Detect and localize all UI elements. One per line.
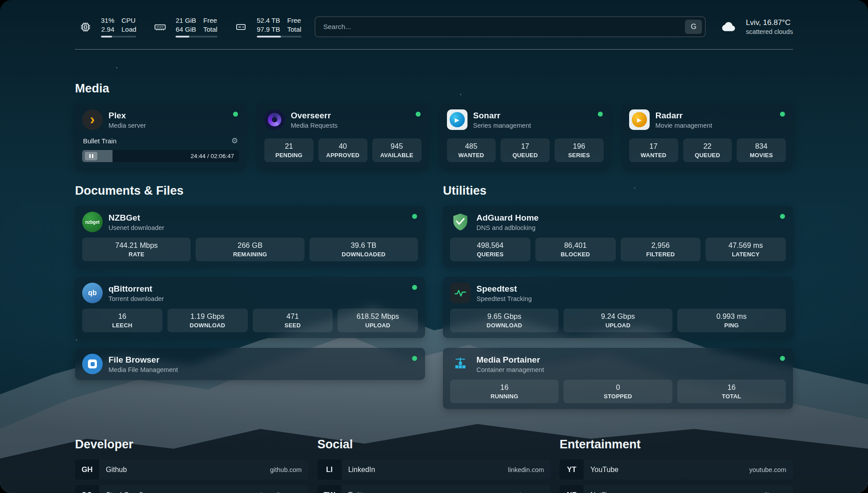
app-name: Speedtest (476, 284, 532, 294)
adguard-status-dot (780, 214, 785, 219)
utilities-section-title: Utilities (443, 184, 793, 198)
overseerr-status-dot (416, 112, 421, 117)
sonarr-card[interactable]: ▶ Sonarr Series management 485 WANTED 17 (440, 104, 611, 168)
app-description: Media Requests (291, 122, 338, 129)
stat-ping: 0.993 ms PING (677, 309, 786, 332)
app-name: Sonarr (473, 111, 531, 121)
app-description: Speedtest Tracking (476, 295, 532, 302)
stat-downloaded: 39.6 TB DOWNLOADED (309, 238, 418, 261)
stat-latency: 47.569 ms LATENCY (705, 238, 786, 261)
stat-running: 16 RUNNING (450, 380, 559, 403)
bookmark-group-developer: Developer GH Github github.com SO StackO… (75, 438, 309, 493)
nzbget-icon: nzbget (82, 212, 103, 232)
sonarr-icon: ▶ (447, 109, 467, 130)
stat-queued: 22 QUEUED (683, 138, 732, 162)
portainer-status-dot (780, 356, 785, 361)
qbittorrent-card[interactable]: qb qBittorrent Torrent downloader 16 LEE… (75, 277, 425, 338)
app-description: Container management (476, 366, 544, 373)
social-section-title: Social (317, 438, 551, 451)
stat-queries: 498,564 QUERIES (450, 238, 530, 261)
ram-total-value: 64 GiB (175, 25, 196, 34)
portainer-card[interactable]: Media Portainer Container management 16 … (443, 348, 793, 409)
dashboard-page: 31% 2.94 CPU Load (0, 0, 868, 493)
speedtest-card[interactable]: Speedtest Speedtest Tracking 9.65 Gbps D… (443, 277, 793, 338)
linkedin-icon: LI (317, 460, 342, 480)
settings-gear-icon[interactable]: ⚙ (231, 136, 238, 146)
app-description: Series management (473, 122, 531, 129)
cpu-bar (101, 36, 136, 38)
stat-approved: 40 APPROVED (318, 138, 367, 162)
playback-time: 24:44 / 02:06:47 (191, 153, 234, 159)
app-name: AdGuard Home (476, 213, 538, 223)
radarr-card[interactable]: ▶ Radarr Movie management 17 WANTED 22 (622, 104, 793, 168)
ram-icon (150, 17, 170, 37)
stat-upload: 618.52 Mbps UPLOAD (338, 309, 418, 332)
twitter-icon: TW (317, 485, 342, 493)
ram-label-1: Free (203, 16, 217, 25)
ram-free-value: 21 GiB (175, 16, 196, 25)
disk-metric: 52.4 TB 97.9 TB Free Total (231, 16, 301, 38)
pause-button[interactable] (85, 152, 97, 160)
bookmark-youtube[interactable]: YT YouTube youtube.com (559, 460, 793, 480)
overseerr-icon (264, 109, 285, 130)
entertainment-section-title: Entertainment (559, 438, 793, 451)
stat-series: 196 SERIES (555, 138, 604, 162)
stat-stopped: 0 STOPPED (563, 380, 672, 403)
nzbget-card[interactable]: nzbget NZBGet Usenet downloader 744.21 M… (75, 206, 425, 267)
plex-card[interactable]: › Plex Media server Bullet Train ⚙ 24:44 (75, 104, 246, 168)
filebrowser-status-dot (412, 356, 417, 361)
github-icon: GH (75, 460, 99, 480)
cpu-icon (75, 17, 96, 37)
stat-download: 1.19 Gbps DOWNLOAD (167, 309, 248, 332)
stat-seed: 471 SEED (253, 309, 333, 332)
radarr-icon: ▶ (629, 109, 650, 130)
filebrowser-card[interactable]: File Browser Media File Management (75, 348, 425, 380)
stat-filtered: 2,956 FILTERED (621, 238, 701, 261)
radarr-status-dot (780, 112, 785, 117)
app-description: Media server (108, 122, 146, 129)
cpu-percent: 31% (101, 16, 114, 25)
search-engine-button[interactable]: G (685, 20, 702, 34)
bookmark-group-entertainment: Entertainment YT YouTube youtube.com NF … (559, 438, 793, 493)
stat-pending: 21 PENDING (264, 138, 313, 162)
adguard-shield-icon (450, 212, 471, 232)
bookmark-linkedin[interactable]: LI LinkedIn linkedin.com (317, 460, 551, 480)
topbar-divider (75, 49, 793, 50)
disk-free-value: 52.4 TB (257, 16, 280, 25)
qbittorrent-status-dot (412, 285, 417, 290)
app-name: Plex (108, 111, 146, 121)
bookmark-stackoverflow[interactable]: SO StackOverflow stackoverflow.com (75, 485, 309, 493)
nzbget-status-dot (412, 214, 417, 219)
portainer-icon (450, 354, 471, 374)
snow-specks (0, 0, 1, 1)
topbar: 31% 2.94 CPU Load (75, 0, 793, 38)
stackoverflow-icon: SO (75, 485, 99, 493)
cpu-label-2: Load (121, 25, 136, 34)
now-playing-title: Bullet Train (83, 137, 117, 145)
bookmark-twitter[interactable]: TW Twitter twitter.com (317, 485, 551, 493)
app-description: DNS and adblocking (476, 224, 538, 231)
app-name: NZBGet (108, 213, 164, 223)
playback-progress-bar[interactable]: 24:44 / 02:06:47 (82, 150, 239, 162)
ram-bar (175, 36, 217, 38)
stat-download: 9.65 Gbps DOWNLOAD (450, 309, 559, 332)
stat-wanted: 485 WANTED (447, 138, 496, 162)
disk-label-1: Free (287, 16, 301, 25)
app-description: Movie management (655, 122, 712, 129)
app-name: Media Portainer (476, 355, 544, 365)
bookmark-github[interactable]: GH Github github.com (75, 460, 309, 480)
adguard-card[interactable]: AdGuard Home DNS and adblocking 498,564 … (443, 206, 793, 267)
stat-total: 16 TOTAL (677, 380, 786, 403)
stat-queued: 17 QUEUED (501, 138, 550, 162)
overseerr-card[interactable]: Overseerr Media Requests 21 PENDING 40 A… (257, 104, 428, 168)
youtube-icon: YT (559, 460, 584, 480)
bookmark-netflix[interactable]: NF Netflix netflix.com (559, 485, 793, 493)
search-input[interactable] (322, 22, 685, 31)
weather-location: Lviv, 16.87°C (746, 18, 793, 27)
stat-remaining: 266 GB REMAINING (196, 238, 304, 261)
disk-total-value: 97.9 TB (257, 25, 280, 34)
cpu-load-value: 2.94 (101, 25, 114, 34)
stat-rate: 744.21 Mbps RATE (82, 238, 191, 261)
qbittorrent-icon: qb (82, 283, 103, 303)
disk-icon (231, 17, 251, 37)
